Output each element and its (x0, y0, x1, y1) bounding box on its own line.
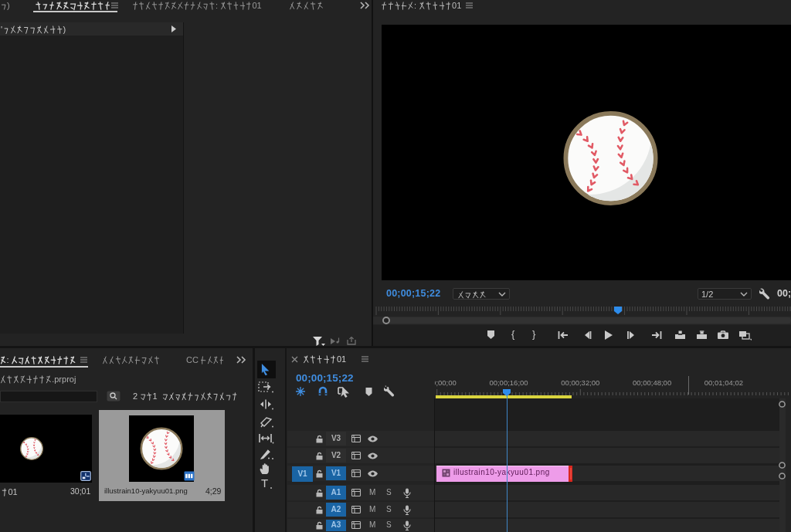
svg-text:.prproj: .prproj (52, 374, 76, 384)
svg-text:CC: CC (186, 355, 199, 364)
svg-text:01: 01 (452, 1, 461, 10)
svg-text:': ' (1, 25, 2, 34)
svg-text::: : (414, 1, 416, 10)
svg-text:): ) (63, 25, 66, 34)
svg-text::: : (216, 1, 218, 10)
svg-text:2: 2 (133, 391, 137, 401)
svg-text:): ) (7, 1, 10, 10)
svg-text::: : (6, 355, 8, 364)
svg-text:01: 01 (253, 1, 262, 10)
svg-text:1: 1 (153, 391, 158, 401)
svg-text:01: 01 (337, 354, 346, 364)
svg-text:01: 01 (8, 487, 17, 496)
